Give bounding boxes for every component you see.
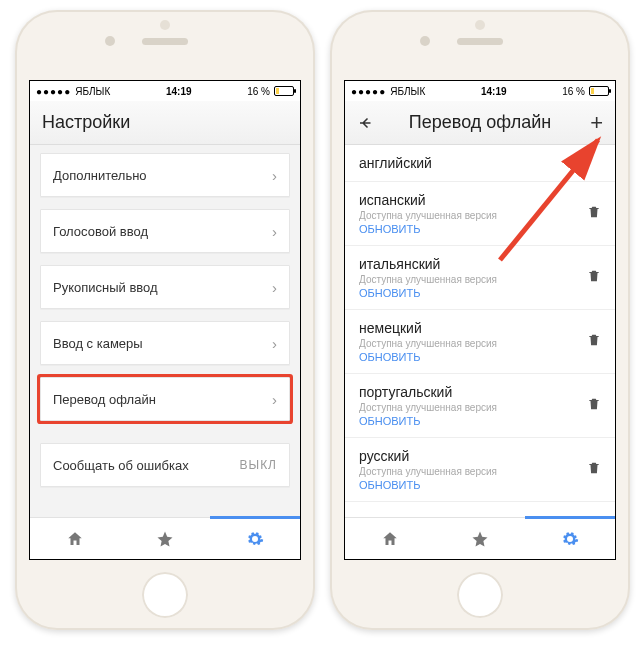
active-tab-indicator <box>525 516 615 519</box>
settings-item-report[interactable]: Сообщать об ошибках ВЫКЛ <box>40 443 290 487</box>
trash-icon <box>587 204 601 220</box>
add-button[interactable]: + <box>590 112 603 134</box>
trash-icon <box>587 396 601 412</box>
gear-icon <box>561 530 579 548</box>
delete-button[interactable] <box>587 332 601 352</box>
bottom-tabbar <box>345 517 615 559</box>
battery-icon <box>589 86 609 96</box>
update-link[interactable]: ОБНОВИТЬ <box>359 415 587 427</box>
star-icon <box>471 530 489 548</box>
star-icon <box>156 530 174 548</box>
home-icon <box>381 530 399 548</box>
item-label: Перевод офлайн <box>53 392 156 407</box>
home-icon <box>66 530 84 548</box>
lang-sub: Доступна улучшенная версия <box>359 338 587 349</box>
screen-offline: ●●●●● ЯБЛЫК 14:19 16 % Перевод офлайн + … <box>344 80 616 560</box>
battery-pct: 16 % <box>562 86 585 97</box>
clock: 14:19 <box>425 86 562 97</box>
phone-left: ●●●●● ЯБЛЫК 14:19 16 % Настройки Дополни… <box>15 10 315 630</box>
list-item[interactable]: английский <box>345 145 615 182</box>
tab-home[interactable] <box>30 530 120 548</box>
settings-item-advanced[interactable]: Дополнительно › <box>40 153 290 197</box>
phone-right: ●●●●● ЯБЛЫК 14:19 16 % Перевод офлайн + … <box>330 10 630 630</box>
lang-sub: Доступна улучшенная версия <box>359 274 587 285</box>
delete-button[interactable] <box>587 268 601 288</box>
lang-name: немецкий <box>359 320 587 336</box>
battery-icon <box>274 86 294 96</box>
carrier-label: ЯБЛЫК <box>390 86 425 97</box>
carrier-label: ЯБЛЫК <box>75 86 110 97</box>
tab-settings[interactable] <box>525 530 615 548</box>
home-button[interactable] <box>142 572 188 618</box>
trash-icon <box>587 460 601 476</box>
status-bar: ●●●●● ЯБЛЫК 14:19 16 % <box>30 81 300 101</box>
settings-item-handwriting[interactable]: Рукописный ввод › <box>40 265 290 309</box>
item-label: Сообщать об ошибках <box>53 458 189 473</box>
lang-sub: Доступна улучшенная версия <box>359 210 587 221</box>
language-list[interactable]: английский испанский Доступна улучшенная… <box>345 145 615 517</box>
lang-name: испанский <box>359 192 587 208</box>
page-title: Настройки <box>42 112 130 133</box>
list-item[interactable]: португальский Доступна улучшенная версия… <box>345 374 615 438</box>
chevron-right-icon: › <box>272 223 277 240</box>
home-button[interactable] <box>457 572 503 618</box>
list-item[interactable]: испанский Доступна улучшенная версия ОБН… <box>345 182 615 246</box>
lang-sub: Доступна улучшенная версия <box>359 466 587 477</box>
settings-item-voice[interactable]: Голосовой ввод › <box>40 209 290 253</box>
screen-settings: ●●●●● ЯБЛЫК 14:19 16 % Настройки Дополни… <box>29 80 301 560</box>
trash-icon <box>587 332 601 348</box>
lang-name: португальский <box>359 384 587 400</box>
lang-name: итальянский <box>359 256 587 272</box>
list-item[interactable]: русский Доступна улучшенная версия ОБНОВ… <box>345 438 615 502</box>
lang-name: русский <box>359 448 587 464</box>
item-label: Рукописный ввод <box>53 280 158 295</box>
signal-icon: ●●●●● <box>351 86 386 97</box>
settings-list: Дополнительно › Голосовой ввод › Рукопис… <box>30 145 300 517</box>
update-link[interactable]: ОБНОВИТЬ <box>359 479 587 491</box>
item-label: Голосовой ввод <box>53 224 148 239</box>
tab-home[interactable] <box>345 530 435 548</box>
update-link[interactable]: ОБНОВИТЬ <box>359 223 587 235</box>
page-title: Перевод офлайн <box>345 112 615 133</box>
toggle-state: ВЫКЛ <box>240 458 278 472</box>
settings-item-camera[interactable]: Ввод с камеры › <box>40 321 290 365</box>
delete-button[interactable] <box>587 460 601 480</box>
update-link[interactable]: ОБНОВИТЬ <box>359 351 587 363</box>
update-link[interactable]: ОБНОВИТЬ <box>359 287 587 299</box>
lang-sub: Доступна улучшенная версия <box>359 402 587 413</box>
header-bar: Настройки <box>30 101 300 145</box>
lang-name: английский <box>359 155 601 171</box>
item-label: Дополнительно <box>53 168 147 183</box>
trash-icon <box>587 268 601 284</box>
item-label: Ввод с камеры <box>53 336 143 351</box>
chevron-right-icon: › <box>272 167 277 184</box>
active-tab-indicator <box>210 516 300 519</box>
clock: 14:19 <box>110 86 247 97</box>
delete-button[interactable] <box>587 396 601 416</box>
list-item[interactable]: немецкий Доступна улучшенная версия ОБНО… <box>345 310 615 374</box>
tab-favorites[interactable] <box>435 530 525 548</box>
list-item[interactable]: итальянский Доступна улучшенная версия О… <box>345 246 615 310</box>
gear-icon <box>246 530 264 548</box>
plus-icon: + <box>590 110 603 135</box>
header-bar: Перевод офлайн + <box>345 101 615 145</box>
tab-settings[interactable] <box>210 530 300 548</box>
delete-button[interactable] <box>587 204 601 224</box>
settings-item-offline[interactable]: Перевод офлайн › <box>40 377 290 421</box>
chevron-right-icon: › <box>272 335 277 352</box>
status-bar: ●●●●● ЯБЛЫК 14:19 16 % <box>345 81 615 101</box>
chevron-right-icon: › <box>272 279 277 296</box>
signal-icon: ●●●●● <box>36 86 71 97</box>
bottom-tabbar <box>30 517 300 559</box>
battery-pct: 16 % <box>247 86 270 97</box>
chevron-right-icon: › <box>272 391 277 408</box>
tab-favorites[interactable] <box>120 530 210 548</box>
